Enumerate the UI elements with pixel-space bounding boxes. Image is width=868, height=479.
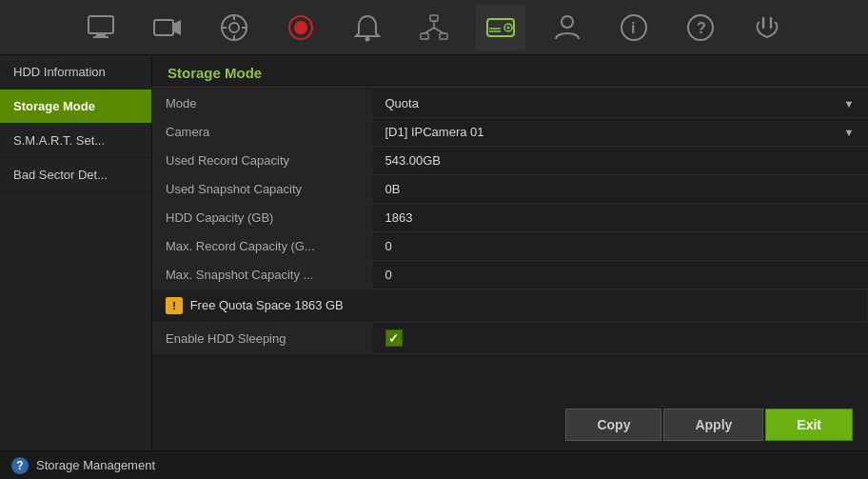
field-value-camera[interactable]: [D1] IPCamera 01 ▼ <box>371 118 868 147</box>
field-value-used-snapshot: 0B <box>371 175 868 204</box>
sidebar-item-smart[interactable]: S.M.A.R.T. Set... <box>0 124 151 158</box>
table-row: Mode Quota ▼ <box>152 90 868 118</box>
svg-rect-0 <box>89 16 113 33</box>
nav-record[interactable] <box>276 5 326 50</box>
svg-line-19 <box>434 28 444 33</box>
table-row: Used Record Capacity 543.00GB <box>152 147 868 175</box>
svg-text:?: ? <box>697 20 706 36</box>
field-value-mode[interactable]: Quota ▼ <box>371 90 868 118</box>
storage-form-table: Mode Quota ▼ Camera [D1] IPCamera 01 <box>152 90 868 354</box>
field-value-max-snapshot: 0 <box>371 261 868 289</box>
svg-line-18 <box>424 28 434 33</box>
nav-help[interactable]: ? <box>676 5 725 50</box>
copy-button[interactable]: Copy <box>565 409 661 441</box>
apply-button[interactable]: Apply <box>663 409 763 441</box>
camera-select[interactable]: [D1] IPCamera 01 ▼ <box>385 125 855 139</box>
field-label-mode: Mode <box>152 90 371 118</box>
svg-point-25 <box>562 16 573 28</box>
table-row: Camera [D1] IPCamera 01 ▼ <box>152 118 868 147</box>
svg-rect-15 <box>421 33 428 39</box>
field-value-max-record: 0 <box>371 232 868 261</box>
sidebar-item-bad-sector[interactable]: Bad Sector Det... <box>0 158 151 192</box>
mode-select[interactable]: Quota ▼ <box>385 96 855 110</box>
main-area: HDD Information Storage Mode S.M.A.R.T. … <box>0 55 868 450</box>
button-bar: Copy Apply Exit <box>152 399 868 450</box>
top-nav-bar: i ? <box>0 0 868 55</box>
svg-rect-2 <box>93 36 108 38</box>
svg-point-6 <box>229 23 239 32</box>
warning-cell: ! Free Quota Space 1863 GB <box>152 289 868 323</box>
status-bar: ? Storage Management <box>0 450 868 479</box>
field-label-camera: Camera <box>152 118 371 147</box>
nav-disk[interactable] <box>209 5 259 50</box>
field-label-hdd-sleeping: Enable HDD Sleeping <box>152 323 371 354</box>
nav-alarm[interactable] <box>343 5 392 50</box>
status-icon: ? <box>11 457 29 474</box>
svg-marker-4 <box>173 20 181 35</box>
svg-rect-16 <box>440 33 447 39</box>
table-row: Enable HDD Sleeping <box>152 323 868 354</box>
nav-network[interactable] <box>409 5 459 50</box>
nav-power[interactable] <box>742 5 792 50</box>
hdd-sleeping-checkbox-cell <box>385 329 855 347</box>
nav-hdd[interactable] <box>476 5 525 50</box>
table-row: HDD Capacity (GB) 1863 <box>152 204 868 232</box>
svg-rect-20 <box>487 19 514 36</box>
nav-info[interactable]: i <box>609 5 659 50</box>
status-text: Storage Management <box>36 458 155 472</box>
warning-icon: ! <box>166 297 183 314</box>
sidebar-item-hdd-information[interactable]: HDD Information <box>0 55 151 90</box>
table-row: Max. Record Capacity (G... 0 <box>152 232 868 261</box>
hdd-sleeping-checkbox[interactable] <box>385 329 403 347</box>
mode-select-arrow: ▼ <box>844 98 855 110</box>
sidebar-item-storage-mode[interactable]: Storage Mode <box>0 90 151 124</box>
warning-row: ! Free Quota Space 1863 GB <box>152 289 868 323</box>
field-value-hdd-capacity: 1863 <box>371 204 868 232</box>
svg-point-12 <box>294 21 307 34</box>
table-row: Max. Snapshot Capacity ... 0 <box>152 261 868 289</box>
field-label-used-record: Used Record Capacity <box>152 147 371 175</box>
exit-button[interactable]: Exit <box>765 409 853 441</box>
field-label-hdd-capacity: HDD Capacity (GB) <box>152 204 371 232</box>
table-row: Used Snapshot Capacity 0B <box>152 175 868 204</box>
field-label-used-snapshot: Used Snapshot Capacity <box>152 175 371 204</box>
svg-rect-3 <box>154 20 173 35</box>
field-value-used-record: 543.00GB <box>371 147 868 175</box>
nav-monitor[interactable] <box>76 5 126 50</box>
svg-point-13 <box>365 36 370 41</box>
camera-select-arrow: ▼ <box>844 127 855 138</box>
warning-text: Free Quota Space 1863 GB <box>190 298 344 312</box>
field-value-hdd-sleeping <box>371 323 868 354</box>
content-title: Storage Mode <box>152 55 868 88</box>
field-label-max-snapshot: Max. Snapshot Capacity ... <box>152 261 371 289</box>
content-area: Storage Mode Mode Quota ▼ Camera <box>152 55 868 450</box>
nav-camera[interactable] <box>143 5 192 50</box>
svg-point-22 <box>507 26 510 29</box>
field-label-max-record: Max. Record Capacity (G... <box>152 232 371 261</box>
nav-user[interactable] <box>542 5 592 50</box>
svg-rect-1 <box>96 33 106 36</box>
svg-rect-14 <box>430 15 438 21</box>
svg-text:i: i <box>631 20 635 36</box>
sidebar: HDD Information Storage Mode S.M.A.R.T. … <box>0 55 152 450</box>
